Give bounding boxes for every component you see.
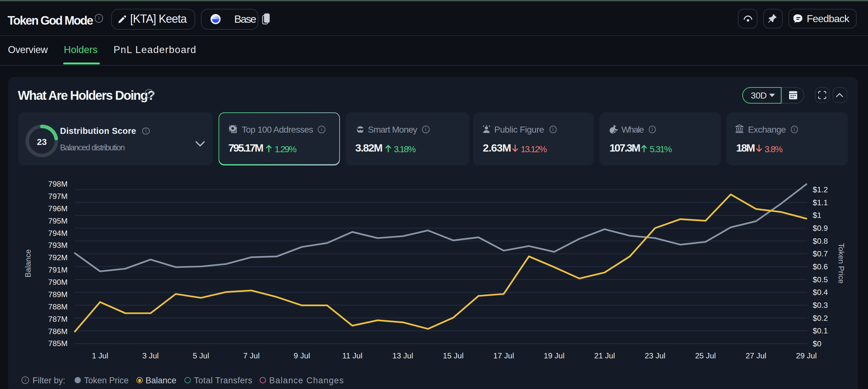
- svg-text:23 Jul: 23 Jul: [645, 351, 665, 360]
- svg-text:13 Jul: 13 Jul: [392, 351, 413, 360]
- svg-text:25 Jul: 25 Jul: [695, 351, 716, 360]
- svg-text:17 Jul: 17 Jul: [493, 351, 514, 360]
- svg-text:$0.9: $0.9: [813, 224, 828, 232]
- svg-text:21 Jul: 21 Jul: [594, 351, 615, 360]
- svg-text:29 Jul: 29 Jul: [796, 351, 817, 360]
- svg-text:1 Jul: 1 Jul: [92, 351, 108, 360]
- svg-text:7 Jul: 7 Jul: [243, 351, 260, 360]
- svg-text:790M: 790M: [48, 278, 68, 286]
- svg-text:785M: 785M: [48, 339, 68, 348]
- svg-text:797M: 797M: [48, 192, 68, 200]
- svg-text:15 Jul: 15 Jul: [443, 351, 464, 360]
- svg-text:5 Jul: 5 Jul: [193, 351, 209, 360]
- svg-text:$1: $1: [813, 211, 821, 220]
- svg-text:$0.3: $0.3: [813, 301, 828, 310]
- svg-text:791M: 791M: [48, 265, 68, 274]
- svg-text:789M: 789M: [48, 290, 68, 299]
- svg-text:9 Jul: 9 Jul: [294, 351, 310, 360]
- svg-text:$0.1: $0.1: [813, 326, 828, 335]
- svg-text:788M: 788M: [48, 302, 68, 311]
- svg-text:796M: 796M: [48, 204, 68, 213]
- svg-text:27 Jul: 27 Jul: [745, 351, 766, 360]
- svg-text:3 Jul: 3 Jul: [143, 351, 159, 360]
- svg-text:787M: 787M: [48, 315, 68, 323]
- svg-text:Balance: Balance: [24, 250, 32, 278]
- svg-text:Token Price: Token Price: [837, 243, 845, 284]
- svg-text:798M: 798M: [48, 180, 68, 188]
- svg-text:792M: 792M: [48, 253, 68, 262]
- svg-text:$1.2: $1.2: [813, 185, 828, 194]
- svg-text:$0: $0: [813, 339, 821, 348]
- svg-text:$0.6: $0.6: [813, 262, 828, 271]
- svg-text:786M: 786M: [48, 327, 68, 336]
- svg-text:$0.7: $0.7: [813, 250, 828, 258]
- svg-text:793M: 793M: [48, 241, 68, 250]
- svg-text:$0.5: $0.5: [813, 275, 828, 284]
- svg-text:794M: 794M: [48, 229, 68, 237]
- svg-text:11 Jul: 11 Jul: [342, 351, 363, 360]
- svg-text:$0.4: $0.4: [813, 288, 828, 296]
- svg-text:19 Jul: 19 Jul: [544, 351, 565, 360]
- svg-text:795M: 795M: [48, 217, 68, 225]
- svg-text:$1.1: $1.1: [813, 198, 828, 207]
- svg-text:$0.2: $0.2: [813, 314, 828, 322]
- svg-text:$0.8: $0.8: [813, 237, 828, 245]
